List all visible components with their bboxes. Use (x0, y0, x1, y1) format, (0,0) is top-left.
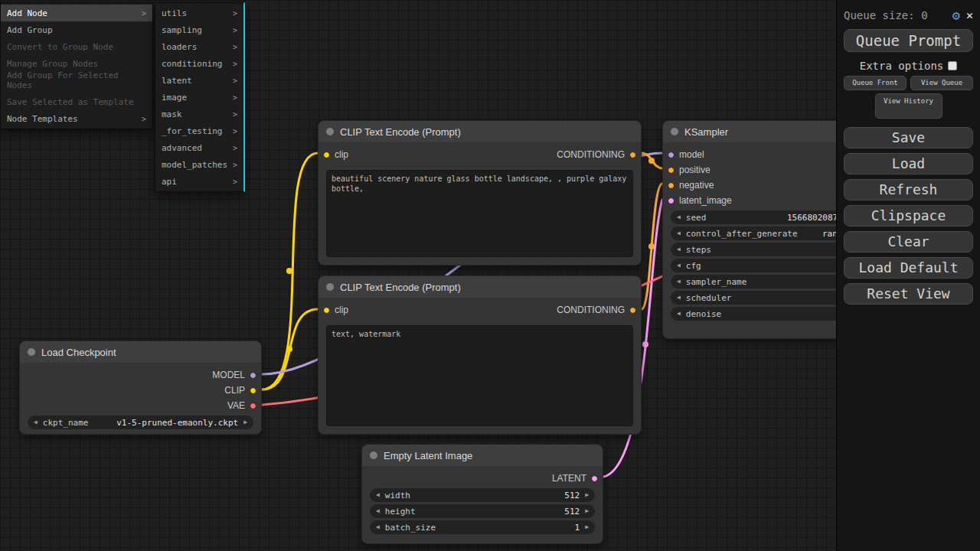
menu-item-label: loaders (162, 42, 197, 52)
queue-prompt-button[interactable]: Queue Prompt (844, 29, 973, 52)
widget-ckpt-name[interactable]: ◀ ckpt_name v1-5-pruned-emaonly.ckpt ▶ (28, 416, 253, 429)
menu-item-label: Manage Group Nodes (7, 59, 98, 69)
node-title-bar[interactable]: CLIP Text Encode (Prompt) (318, 276, 641, 298)
prompt-textarea[interactable]: beautiful scenery nature glass bottle la… (326, 170, 633, 257)
menu-item-label: Add Group (7, 25, 53, 35)
widget-name: sampler_name (686, 277, 746, 287)
submenu-item-loaders[interactable]: loaders > (155, 38, 243, 55)
submenu-arrow-icon: > (233, 43, 237, 51)
widget-batch-size[interactable]: ◀ batch_size 1 ▶ (370, 520, 595, 534)
next-value-icon[interactable]: ▶ (243, 419, 247, 425)
input-slot-negative[interactable] (668, 182, 675, 189)
increment-icon[interactable]: ▶ (585, 508, 589, 514)
node-title: Empty Latent Image (384, 450, 472, 461)
prompt-textarea[interactable]: text, watermark (326, 325, 633, 426)
menu-item-label: Add Node (7, 8, 47, 18)
output-slot-conditioning[interactable] (629, 307, 636, 314)
node-empty-latent-image[interactable]: Empty Latent Image LATENT ◀ width 512 ▶ … (361, 444, 603, 544)
node-collapse-dot[interactable] (671, 128, 678, 135)
submenu-item-utils[interactable]: utils > (155, 5, 243, 21)
node-load-checkpoint[interactable]: Load Checkpoint MODEL CLIP VAE ◀ ckpt_na… (19, 341, 262, 435)
input-label-positive: positive (679, 165, 710, 175)
node-clip-text-encode-2[interactable]: CLIP Text Encode (Prompt) clip CONDITION… (318, 276, 642, 435)
increment-icon[interactable]: ▶ (585, 492, 589, 498)
menu-item-label: Convert to Group Node (7, 42, 113, 52)
submenu-item-sampling[interactable]: sampling > (155, 21, 243, 38)
widget-width[interactable]: ◀ width 512 ▶ (370, 488, 595, 502)
load-button[interactable]: Load (844, 153, 973, 174)
view-history-button[interactable]: View History (875, 93, 942, 119)
queue-size-label: Queue size: 0 (844, 9, 946, 21)
decrement-icon[interactable]: ◀ (376, 524, 380, 530)
slot-row: clip CONDITIONING (318, 147, 641, 162)
widget-height[interactable]: ◀ height 512 ▶ (370, 504, 595, 518)
decrement-icon[interactable]: ◀ (677, 295, 681, 301)
node-title-bar[interactable]: Empty Latent Image (362, 445, 603, 466)
submenu-item-model-patches[interactable]: model_patches > (155, 156, 243, 173)
input-label-model: model (679, 149, 704, 160)
decrement-icon[interactable]: ◀ (376, 492, 380, 498)
save-button[interactable]: Save (844, 127, 973, 148)
add-node-submenu: utils > sampling > loaders > conditionin… (155, 2, 245, 192)
decrement-icon[interactable]: ◀ (677, 214, 681, 220)
input-slot-model[interactable] (668, 152, 675, 158)
widget-name: seed (686, 213, 707, 223)
refresh-button[interactable]: Refresh (844, 179, 973, 201)
input-slot-positive[interactable] (668, 167, 675, 174)
menu-item-label: latent (162, 76, 192, 86)
submenu-item-for-testing[interactable]: _for_testing > (155, 122, 243, 139)
node-collapse-dot[interactable] (28, 348, 35, 356)
clipspace-button[interactable]: Clipspace (844, 205, 973, 227)
node-title: CLIP Text Encode (Prompt) (340, 282, 461, 293)
decrement-icon[interactable]: ◀ (677, 311, 681, 317)
widget-name: width (385, 491, 410, 500)
menu-item-add-group[interactable]: Add Group (1, 21, 152, 38)
previous-value-icon[interactable]: ◀ (34, 419, 38, 425)
submenu-item-conditioning[interactable]: conditioning > (155, 55, 243, 72)
context-menu: Add Node > Add Group Convert to Group No… (0, 2, 153, 129)
output-label-clip: CLIP (224, 385, 245, 396)
submenu-item-latent[interactable]: latent > (155, 72, 243, 89)
node-collapse-dot[interactable] (326, 128, 334, 135)
submenu-item-image[interactable]: image > (155, 89, 243, 106)
node-title-bar[interactable]: CLIP Text Encode (Prompt) (318, 121, 641, 142)
node-collapse-dot[interactable] (370, 452, 377, 459)
node-collapse-dot[interactable] (326, 283, 334, 291)
decrement-icon[interactable]: ◀ (677, 230, 681, 236)
output-slot-vae[interactable] (250, 403, 256, 409)
menu-item-label: model_patches (162, 160, 227, 170)
submenu-item-mask[interactable]: mask > (155, 106, 243, 122)
view-queue-button[interactable]: View Queue (910, 76, 973, 90)
decrement-icon[interactable]: ◀ (376, 508, 380, 514)
decrement-icon[interactable]: ◀ (677, 262, 681, 269)
output-label-model: MODEL (212, 370, 245, 380)
menu-item-node-templates[interactable]: Node Templates > (1, 110, 152, 127)
output-slot-conditioning[interactable] (629, 152, 636, 158)
output-slot-model[interactable] (250, 372, 256, 379)
reset-view-button[interactable]: Reset View (844, 283, 973, 305)
submenu-item-api[interactable]: api > (155, 173, 243, 190)
menu-item-label: mask (162, 109, 182, 119)
input-slot-clip[interactable] (323, 307, 330, 314)
settings-gear-icon[interactable]: ⚙ (952, 9, 960, 22)
node-title-bar[interactable]: Load Checkpoint (20, 341, 261, 363)
widget-value: 512 (564, 507, 580, 517)
submenu-arrow-icon: > (233, 178, 237, 186)
load-default-button[interactable]: Load Default (844, 257, 973, 279)
comfy-menu-panel: Queue size: 0 ⚙ ✕ Queue Prompt Extra opt… (836, 0, 980, 551)
submenu-item-advanced[interactable]: advanced > (155, 139, 243, 156)
input-slot-clip[interactable] (323, 152, 330, 158)
menu-item-add-node[interactable]: Add Node > (1, 5, 152, 21)
queue-front-button[interactable]: Queue Front (844, 76, 906, 90)
output-slot-clip[interactable] (250, 387, 256, 394)
increment-icon[interactable]: ▶ (585, 524, 589, 530)
menu-item-convert-to-group-node: Convert to Group Node (1, 38, 152, 55)
extra-options-checkbox[interactable] (948, 61, 957, 70)
decrement-icon[interactable]: ◀ (677, 246, 681, 253)
close-icon[interactable]: ✕ (966, 10, 973, 21)
decrement-icon[interactable]: ◀ (677, 279, 681, 285)
clear-button[interactable]: Clear (844, 231, 973, 253)
output-slot-latent[interactable] (591, 475, 598, 482)
input-slot-latent-image[interactable] (668, 197, 675, 204)
node-clip-text-encode-1[interactable]: CLIP Text Encode (Prompt) clip CONDITION… (318, 120, 642, 266)
